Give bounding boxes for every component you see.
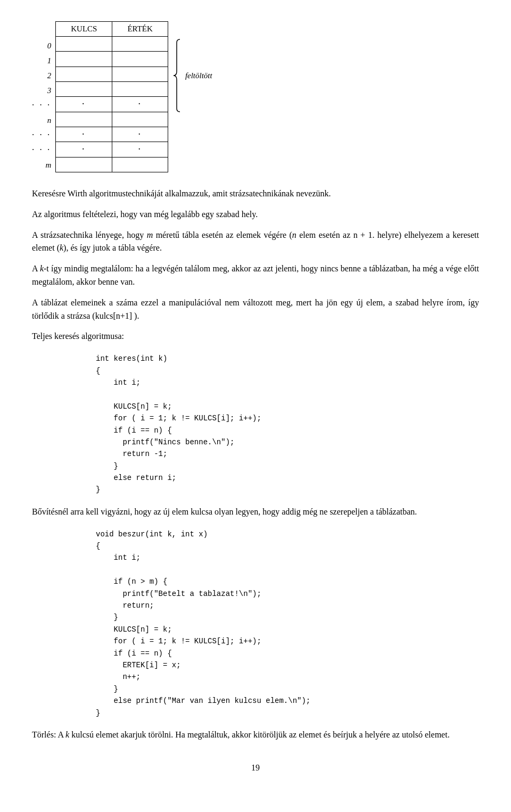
- row-label-n: n: [32, 113, 53, 128]
- brace-icon: [172, 38, 182, 113]
- brace-container: feltöltött: [172, 38, 212, 113]
- table-row: [56, 37, 168, 52]
- row-label-dots1: · · ·: [32, 98, 53, 113]
- brace-label: feltöltött: [172, 21, 212, 113]
- p8-end: kulcsú elemet akarjuk törölni. Ha megtal…: [69, 730, 449, 739]
- table-row: [56, 67, 168, 81]
- code-block-beszur: void beszur(int k, int x) { int i; if (n…: [96, 528, 479, 719]
- table-row-dots: · ·: [56, 97, 168, 112]
- row-labels: 0 1 2 3 · · · n · · · · · · m: [32, 21, 53, 172]
- p3-n: n: [292, 230, 296, 239]
- page-content: 0 1 2 3 · · · n · · · · · · m KULCS ÉRTÉ…: [32, 21, 479, 773]
- p4-start: A: [32, 264, 40, 273]
- row-label-dots2: · · ·: [32, 128, 53, 143]
- hash-table: KULCS ÉRTÉK · · · ·: [55, 21, 168, 172]
- paragraph-4: A k-t így mindig megtalálom: ha a legvég…: [32, 262, 479, 289]
- table-row: [56, 52, 168, 67]
- p4-mid: -t így mindig megtalálom: ha a legvégén …: [32, 264, 479, 286]
- paragraph-1: Keresésre Wirth algoritmustechnikáját al…: [32, 187, 479, 201]
- p3-end2: ), és így jutok a tábla végére.: [63, 243, 162, 252]
- code-block-keres: int keres(int k) { int i; KULCS[n] = k; …: [96, 353, 479, 496]
- page-number: 19: [32, 763, 479, 773]
- paragraph-5: A táblázat elemeinek a száma ezzel a man…: [32, 296, 479, 323]
- feltoltott-label: feltöltött: [185, 71, 212, 80]
- table-row-dots2: · ·: [56, 127, 168, 142]
- row-label-dots3: · · ·: [32, 143, 53, 158]
- p3-mid: méretű tábla esetén az elemek végére (: [153, 230, 292, 239]
- row-label-0: 0: [32, 38, 53, 53]
- p3-m: m: [147, 230, 153, 239]
- row-label-2: 2: [32, 68, 53, 83]
- table-row-n: [56, 112, 168, 127]
- row-label-3: 3: [32, 83, 53, 98]
- row-label-1: 1: [32, 53, 53, 68]
- table-container: 0 1 2 3 · · · n · · · · · · m KULCS ÉRTÉ…: [32, 21, 168, 172]
- paragraph-8: Törlés: A k kulcsú elemet akarjuk töröln…: [32, 728, 479, 742]
- p4-k: k: [40, 264, 44, 273]
- paragraph-7: Bővítésnél arra kell vigyázni, hogy az ú…: [32, 506, 479, 519]
- col-kulcs: KULCS: [56, 22, 112, 37]
- table-section: 0 1 2 3 · · · n · · · · · · m KULCS ÉRTÉ…: [32, 21, 479, 172]
- table-row: [56, 81, 168, 96]
- p3-k: k: [60, 243, 63, 252]
- table-row-m: [56, 157, 168, 172]
- p8-start: Törlés: A: [32, 730, 65, 739]
- section-heading-search: Teljes keresés algoritmusa:: [32, 330, 479, 343]
- row-label-m: m: [32, 158, 53, 172]
- paragraph-2: Az algoritmus feltételezi, hogy van még …: [32, 208, 479, 221]
- table-row-dots3: · ·: [56, 142, 168, 157]
- p3-start: A strázsatechnika lényege, hogy: [32, 230, 147, 239]
- paragraph-3: A strázsatechnika lényege, hogy m méretű…: [32, 229, 479, 255]
- col-ertek: ÉRTÉK: [112, 22, 168, 37]
